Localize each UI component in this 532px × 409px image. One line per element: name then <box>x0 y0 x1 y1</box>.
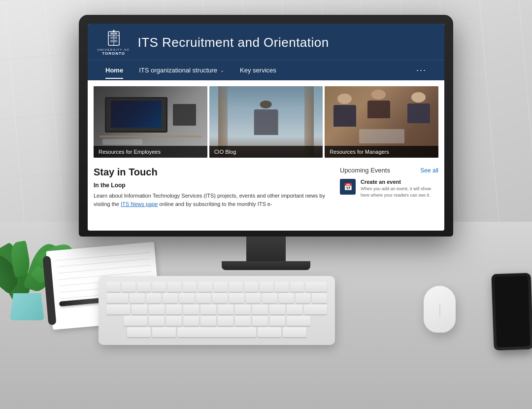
key <box>183 305 199 314</box>
site-content: Resources for Employees <box>88 80 444 213</box>
key <box>106 282 120 292</box>
keyboard-row-2 <box>106 293 327 303</box>
key <box>312 293 327 303</box>
key <box>269 305 285 314</box>
chevron-down-icon: ⌄ <box>220 68 224 73</box>
its-news-page-link[interactable]: ITS News page <box>121 201 158 207</box>
site-navigation: Home ITS organizational structure ⌄ Key … <box>88 60 444 80</box>
gallery-item-managers[interactable]: Resources for Managers <box>325 86 438 158</box>
monitor-screen: UNIVERSITY OF TORONTO ITS Recruitment an… <box>88 24 444 231</box>
event-description: When you add an event, it will show here… <box>361 186 438 198</box>
shift-key <box>124 316 147 326</box>
key <box>198 282 212 292</box>
key <box>179 293 195 303</box>
content-description: Learn about Information Technology Servi… <box>94 192 332 208</box>
calendar-icon: 📅 <box>344 183 352 191</box>
cmd-key-right <box>258 327 281 337</box>
event-text-content: Create an event When you add an event, i… <box>361 179 438 198</box>
gallery-item-cio[interactable]: CIO Blog <box>209 86 323 158</box>
keyboard-row-3 <box>106 305 327 314</box>
main-content: Stay in Touch In the Loop Learn about In… <box>94 167 332 208</box>
nav-more[interactable]: ··· <box>408 60 434 80</box>
key <box>122 282 135 292</box>
gallery-item-employees[interactable]: Resources for Employees <box>94 86 207 158</box>
key <box>137 282 151 292</box>
see-all-link[interactable]: See all <box>420 167 438 174</box>
gallery-caption-managers: Resources for Managers <box>325 146 438 158</box>
key <box>130 293 145 303</box>
cmd-key <box>152 327 176 337</box>
uoft-crest-icon <box>106 30 122 48</box>
monitor: UNIVERSITY OF TORONTO ITS Recruitment an… <box>79 15 453 270</box>
key <box>163 293 178 303</box>
key <box>244 282 258 292</box>
events-sidebar: Upcoming Events See all 📅 Create an even… <box>340 167 438 208</box>
key <box>132 305 147 314</box>
keyboard-row-1 <box>106 282 327 292</box>
monitor-stand-neck <box>246 237 286 261</box>
key <box>166 316 182 326</box>
key <box>275 282 289 292</box>
svg-rect-4 <box>114 33 117 34</box>
image-gallery: Resources for Employees <box>88 80 444 162</box>
plant-pot <box>10 293 44 320</box>
nav-home[interactable]: Home <box>98 62 131 79</box>
space-key <box>177 327 256 337</box>
svg-marker-9 <box>112 30 115 32</box>
keyboard-row-4 <box>106 316 327 326</box>
monitor-outer: UNIVERSITY OF TORONTO ITS Recruitment an… <box>79 15 453 237</box>
calendar-icon-container: 📅 <box>340 179 356 195</box>
key <box>305 282 327 292</box>
key <box>252 316 268 326</box>
phone-screen <box>495 276 531 347</box>
event-item: 📅 Create an event When you add an event,… <box>340 179 438 198</box>
gallery-caption-employees: Resources for Employees <box>94 146 207 158</box>
key <box>200 316 216 326</box>
stay-in-touch-heading: Stay in Touch <box>94 167 332 178</box>
key <box>246 293 261 303</box>
key <box>152 282 166 292</box>
nav-org-structure[interactable]: ITS organizational structure ⌄ <box>131 62 232 79</box>
key <box>269 316 285 326</box>
in-the-loop-heading: In the Loop <box>94 182 332 189</box>
key <box>149 316 165 326</box>
event-title: Create an event <box>361 179 438 185</box>
key <box>296 293 311 303</box>
keyboard-row-5 <box>106 327 327 337</box>
key <box>229 293 244 303</box>
key <box>166 305 182 314</box>
university-name-line2: TORONTO <box>102 51 125 56</box>
key <box>167 282 181 292</box>
site-header-bar: UNIVERSITY OF TORONTO ITS Recruitment an… <box>88 24 444 60</box>
key <box>106 305 130 314</box>
phone <box>491 273 532 351</box>
key <box>149 305 165 314</box>
key <box>304 305 328 314</box>
key <box>260 282 273 292</box>
fn-key-right <box>283 327 306 337</box>
svg-rect-3 <box>110 33 113 34</box>
key <box>279 293 294 303</box>
nav-key-services[interactable]: Key services <box>232 62 284 79</box>
mouse-divider <box>439 305 440 317</box>
key <box>200 305 216 314</box>
key <box>183 316 199 326</box>
mouse <box>424 286 456 333</box>
key <box>218 305 233 314</box>
key <box>229 282 243 292</box>
fn-key <box>127 327 151 337</box>
key <box>252 305 268 314</box>
key <box>262 293 277 303</box>
key <box>287 305 302 314</box>
key <box>214 282 228 292</box>
svg-rect-6 <box>114 36 117 39</box>
svg-rect-8 <box>114 40 117 42</box>
site-title: ITS Recruitment and Orientation <box>137 35 434 50</box>
main-content-area: Stay in Touch In the Loop Learn about In… <box>88 162 444 213</box>
svg-rect-7 <box>110 40 113 42</box>
key <box>212 293 228 303</box>
uoft-logo: UNIVERSITY OF TORONTO <box>98 30 130 56</box>
upcoming-events-title: Upcoming Events <box>340 167 390 174</box>
upcoming-events-header: Upcoming Events See all <box>340 167 438 174</box>
gallery-caption-cio: CIO Blog <box>209 146 323 158</box>
